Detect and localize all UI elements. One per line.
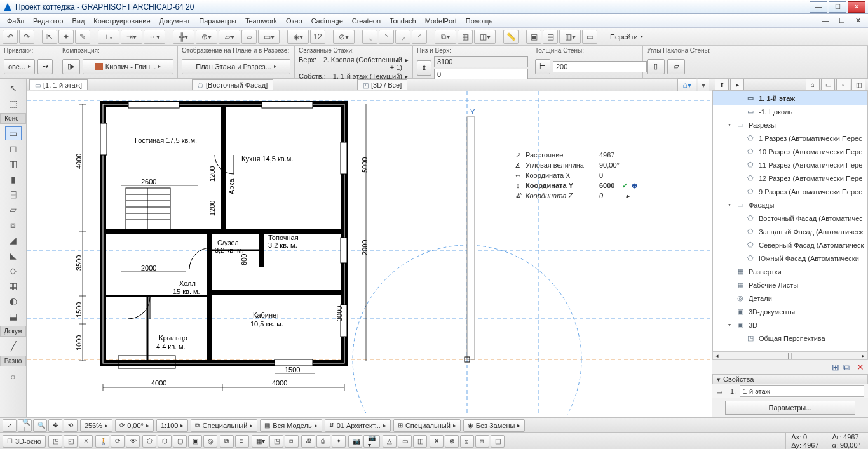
- tree-item[interactable]: ⬠1 Разрез (Автоматически Перес: [713, 131, 867, 145]
- plot-button[interactable]: ⎙: [316, 435, 330, 448]
- plane-button[interactable]: ▱▾: [219, 30, 240, 44]
- orbit-button[interactable]: ⟳: [111, 435, 125, 448]
- new-view-icon[interactable]: ⊞: [832, 362, 839, 372]
- angle1-button[interactable]: ▯: [647, 59, 665, 74]
- line-tool[interactable]: ╱: [5, 339, 22, 353]
- roof-tool[interactable]: ◢: [5, 233, 22, 247]
- axo-button[interactable]: ◰: [64, 435, 78, 448]
- menu-edit[interactable]: Редактор: [29, 16, 67, 26]
- tab-floorplan[interactable]: ▭[1. 1-й этаж]: [29, 79, 88, 90]
- top-input[interactable]: [434, 56, 528, 67]
- navigator-tree[interactable]: ▭1. 1-й этаж▭-1. Цоколь▾▭Разрезы⬠1 Разре…: [712, 91, 868, 351]
- menu-design[interactable]: Конструирование: [89, 16, 154, 26]
- tab-elevation[interactable]: ⬠[Восточный Фасад]: [192, 79, 273, 90]
- mdi-minimize[interactable]: —: [817, 15, 833, 26]
- menu-window[interactable]: Окно: [281, 16, 307, 26]
- tree-item[interactable]: ⬠10 Разрез (Автоматически Пере: [713, 145, 867, 158]
- edit-plane-button[interactable]: ▱: [241, 30, 257, 44]
- topbot-icon[interactable]: ⇕: [417, 60, 431, 76]
- arrow-tool[interactable]: ↖: [5, 81, 22, 95]
- prop-name-input[interactable]: [740, 385, 864, 397]
- print-button[interactable]: 🖶: [301, 435, 315, 448]
- tree-item[interactable]: ▭-1. Цоколь: [713, 105, 867, 118]
- pan-button[interactable]: ✥: [48, 419, 62, 432]
- shell-tool[interactable]: ◣: [5, 248, 22, 262]
- nav-up-button[interactable]: ⬆: [715, 79, 729, 90]
- walk-button[interactable]: 🚶: [95, 435, 109, 448]
- 3d-window-button[interactable]: ☐3D-окно: [3, 435, 46, 448]
- angle2-button[interactable]: ▱: [667, 59, 685, 74]
- reno2-button[interactable]: ▤: [543, 30, 558, 44]
- story-button[interactable]: ≡: [235, 435, 249, 448]
- num-button[interactable]: 12: [310, 30, 325, 44]
- tree-item[interactable]: ▣3D-документы: [713, 305, 867, 318]
- scale[interactable]: 1:100▸: [156, 419, 189, 432]
- layer-button[interactable]: ⧉: [220, 435, 234, 448]
- toolbox-section-doc[interactable]: Докум: [0, 326, 26, 337]
- ie-tool[interactable]: ▢: [173, 435, 187, 448]
- explore-button[interactable]: 👁: [126, 435, 140, 448]
- gravity-button[interactable]: ⊕▾: [196, 30, 217, 44]
- menu-cadimage[interactable]: Cadimage: [307, 16, 348, 26]
- tree-item[interactable]: ⬠12 Разрез (Автоматически Пере: [713, 171, 867, 185]
- tree-item[interactable]: ▾▣3D: [713, 318, 867, 332]
- zoom-prev-button[interactable]: ⟲: [64, 419, 78, 432]
- sun-button[interactable]: ☀: [79, 435, 93, 448]
- rotation[interactable]: ⟳0,00°▸: [115, 419, 154, 432]
- tracker-button[interactable]: ◈▾: [287, 30, 309, 44]
- dropper-icon[interactable]: ✎: [75, 30, 90, 44]
- menu-modelport[interactable]: ModelPort: [421, 16, 461, 26]
- trace-button[interactable]: ◫▾: [474, 30, 496, 44]
- arc3-button[interactable]: ◞: [395, 30, 410, 44]
- model-filter[interactable]: ▦Вся Модель▸: [260, 419, 322, 432]
- arc1-button[interactable]: ◟: [362, 30, 377, 44]
- detail-tool[interactable]: ◎: [203, 435, 217, 448]
- menu-teamwork[interactable]: Teamwork: [241, 16, 281, 26]
- reno4-button[interactable]: ▭: [582, 30, 597, 44]
- column-tool[interactable]: ▮: [5, 172, 22, 186]
- zoom-all-button[interactable]: ⤢: [3, 419, 17, 432]
- tree-item[interactable]: ⬠Северный Фасад (Автоматическ: [713, 238, 867, 251]
- object-tool[interactable]: ⬓: [5, 309, 22, 323]
- btn-x1[interactable]: ✕: [430, 435, 444, 448]
- morph-tool[interactable]: ◐: [5, 294, 22, 308]
- menu-options[interactable]: Параметры: [194, 16, 241, 26]
- menu-file[interactable]: Файл: [3, 16, 29, 26]
- persp-button[interactable]: ◳: [48, 435, 62, 448]
- mdi-close[interactable]: ✕: [851, 15, 865, 26]
- menu-createon[interactable]: Createon: [348, 16, 385, 26]
- beam-tool[interactable]: ⌸: [5, 187, 22, 201]
- toolbox-section-construct[interactable]: Конст: [0, 113, 26, 124]
- nav-pub-button[interactable]: ◫: [851, 79, 865, 90]
- snap-button[interactable]: ⇥▾: [121, 30, 142, 44]
- interior-button[interactable]: ◫: [413, 435, 427, 448]
- nav-view-button[interactable]: ▭: [821, 79, 835, 90]
- tree-item[interactable]: ⬠11 Разрез (Автоматически Пере: [713, 158, 867, 171]
- skylight-tool[interactable]: ◇: [5, 264, 22, 278]
- guide-button[interactable]: ⟂▾: [98, 30, 119, 44]
- structure-button[interactable]: ▯▸: [62, 59, 80, 74]
- render-button[interactable]: ✦: [332, 435, 346, 448]
- stair-tool[interactable]: ⧈: [5, 218, 22, 232]
- btn-x4[interactable]: ⧆: [475, 435, 489, 448]
- magic-wand-icon[interactable]: ✦: [58, 30, 74, 44]
- menu-help[interactable]: Помощь: [461, 16, 498, 26]
- suspend-button[interactable]: ⊘▾: [333, 30, 355, 44]
- maximize-button[interactable]: ☐: [829, 1, 846, 13]
- door-tool[interactable]: ◻: [5, 142, 22, 156]
- tree-item[interactable]: ◎Детали: [713, 292, 867, 305]
- window-tool[interactable]: ▥: [5, 157, 22, 171]
- clone-view-icon[interactable]: ⧉⁺: [843, 362, 853, 373]
- zoom-out-button[interactable]: 🔍-: [33, 419, 47, 432]
- properties-header[interactable]: ▾Свойства: [712, 374, 868, 384]
- measure-icon[interactable]: 📏: [503, 30, 519, 44]
- undo-button[interactable]: ↶: [3, 30, 18, 44]
- tree-item[interactable]: ⬠9 Разрез (Автоматически Перес: [713, 185, 867, 198]
- display-dropdown[interactable]: План Этажа и Разрез...▸: [182, 59, 290, 74]
- composite-dropdown[interactable]: Кирпич - Глин...▸: [83, 59, 173, 74]
- nav-down-button[interactable]: ▸: [730, 79, 744, 90]
- tab-3d[interactable]: ◳[3D / Все]: [357, 79, 407, 90]
- tree-item[interactable]: ▦Развертки: [713, 265, 867, 278]
- reno-button[interactable]: ⧈: [285, 435, 299, 448]
- truss-button[interactable]: △: [383, 435, 397, 448]
